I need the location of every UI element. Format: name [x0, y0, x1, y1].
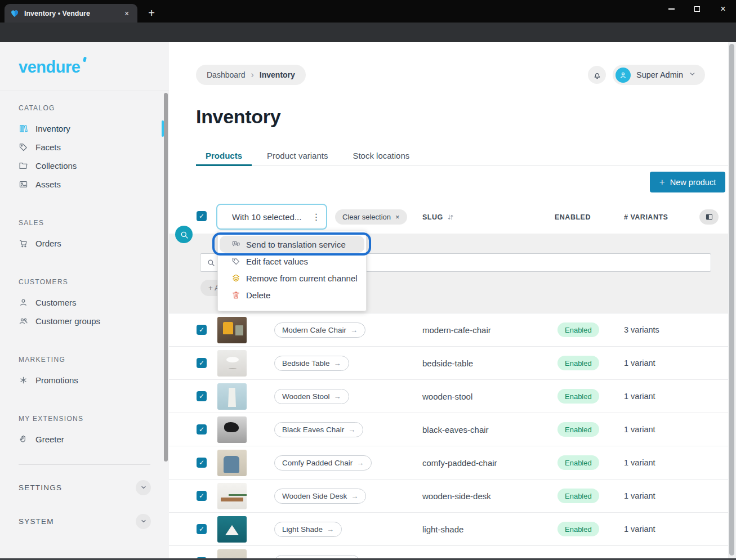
- browser-tab[interactable]: Inventory • Vendure: [5, 4, 137, 23]
- sidebar-header: vendure: [0, 42, 169, 91]
- people-icon: [19, 316, 28, 326]
- page-scrollbar[interactable]: [728, 42, 736, 560]
- product-name-link[interactable]: Light Shade: [274, 522, 342, 537]
- user-menu[interactable]: Super Admin: [613, 65, 705, 85]
- select-all-checkbox[interactable]: [197, 211, 207, 221]
- sort-icon: [447, 213, 454, 221]
- table-row: Modern Cafe Chair modern-cafe-chair Enab…: [169, 313, 728, 346]
- product-name: Bedside Table: [282, 359, 330, 368]
- window-controls: [658, 0, 736, 18]
- new-product-button[interactable]: New product: [650, 172, 725, 192]
- chevron-down-icon: [140, 484, 147, 491]
- product-thumbnail: [217, 350, 247, 377]
- page-title: Inventory: [196, 106, 280, 128]
- status-badge: Enabled: [557, 356, 599, 370]
- settings-expand-button[interactable]: [136, 480, 151, 495]
- menu-item-delete[interactable]: Delete: [218, 286, 366, 303]
- tab-product-variants[interactable]: Product variants: [257, 145, 337, 165]
- new-tab-button[interactable]: [144, 6, 159, 20]
- sidebar-item-label: Promotions: [35, 375, 78, 385]
- product-thumbnail: [217, 516, 247, 543]
- sidebar-item-greeter[interactable]: Greeter: [0, 430, 169, 449]
- tab-products[interactable]: Products: [196, 145, 252, 165]
- asterisk-icon: [19, 375, 28, 385]
- table-row: Wooden Stool wooden-stool Enabled 1 vari…: [169, 379, 728, 413]
- sidebar-divider: [19, 464, 150, 465]
- menu-item-edit-facet-values[interactable]: Edit facet values: [218, 253, 366, 270]
- bulk-actions-button[interactable]: With 10 selected...: [216, 204, 327, 230]
- sidebar-item-system[interactable]: SYSTEM: [19, 510, 151, 532]
- arrow-right-icon: [356, 459, 364, 467]
- nav-section-catalog: CATALOG: [19, 104, 169, 112]
- scrollbar-thumb[interactable]: [729, 44, 734, 555]
- tag-icon: [19, 142, 28, 152]
- sidebar-item-assets[interactable]: Assets: [0, 175, 169, 194]
- system-expand-button[interactable]: [136, 514, 151, 529]
- sidebar-item-orders[interactable]: Orders: [0, 234, 169, 253]
- row-checkbox[interactable]: [197, 491, 207, 501]
- column-settings-button[interactable]: [699, 209, 719, 225]
- minimize-button[interactable]: [658, 0, 684, 18]
- variants-header-label: # VARIANTS: [624, 213, 668, 221]
- sidebar-scrollbar[interactable]: [164, 93, 168, 462]
- nav-section-marketing: MARKETING: [19, 356, 169, 364]
- product-name: Wooden Side Desk: [282, 492, 347, 500]
- sidebar-item-customer-groups[interactable]: Customer groups: [0, 312, 169, 330]
- table-row: Bedside Table bedside-table Enabled 1 va…: [169, 346, 728, 379]
- variant-count: 1 variant: [624, 458, 655, 467]
- sidebar-item-label: Orders: [35, 239, 61, 248]
- sidebar-item-settings[interactable]: SETTINGS: [19, 476, 151, 499]
- row-checkbox[interactable]: [197, 358, 207, 368]
- main-content: Dashboard Inventory Super Admin Inventor…: [169, 42, 736, 560]
- search-toggle-button[interactable]: [175, 226, 193, 243]
- product-name-link[interactable]: Comfy Padded Chair: [274, 455, 372, 471]
- column-header-slug[interactable]: SLUG: [422, 213, 454, 221]
- kebab-menu-icon[interactable]: [311, 212, 320, 222]
- close-button[interactable]: [710, 0, 736, 18]
- product-name-link[interactable]: Bedside Table: [274, 356, 349, 371]
- product-name-link[interactable]: Wooden Stool: [274, 389, 349, 404]
- arrow-right-icon: [334, 359, 341, 368]
- maximize-button[interactable]: [684, 0, 710, 18]
- breadcrumb-inventory[interactable]: Inventory: [260, 70, 295, 79]
- product-name-link[interactable]: Black Eaves Chair: [274, 422, 363, 437]
- chevron-down-icon: [689, 70, 696, 78]
- tab-stock-locations[interactable]: Stock locations: [343, 145, 419, 165]
- sidebar-item-collections[interactable]: Collections: [0, 156, 169, 175]
- row-checkbox[interactable]: [197, 524, 207, 534]
- vendure-favicon-heart-icon: [10, 9, 19, 18]
- row-checkbox[interactable]: [197, 325, 207, 335]
- sidebar-item-facets[interactable]: Facets: [0, 138, 169, 156]
- variant-count: 1 variant: [624, 359, 655, 368]
- tab-close-icon[interactable]: [122, 8, 132, 19]
- browser-window: Inventory • Vendure localhost:3000/admin…: [0, 0, 736, 560]
- breadcrumb-dashboard[interactable]: Dashboard: [207, 70, 246, 79]
- product-slug: black-eaves-chair: [422, 425, 489, 434]
- clear-selection-chip[interactable]: Clear selection: [335, 209, 407, 225]
- sidebar-item-label: Facets: [35, 142, 61, 152]
- product-name-link[interactable]: Modern Cafe Chair: [274, 322, 365, 338]
- menu-item-remove-from-channel[interactable]: Remove from current channel: [218, 270, 366, 286]
- product-thumbnail: [217, 317, 247, 343]
- product-name-link[interactable]: Wooden Side Desk: [274, 489, 366, 504]
- new-product-label: New product: [670, 178, 716, 187]
- row-checkbox[interactable]: [197, 391, 207, 401]
- sidebar-item-label: Customers: [35, 298, 77, 307]
- product-slug: wooden-stool: [422, 392, 472, 401]
- sidebar-item-inventory[interactable]: Inventory: [0, 119, 169, 138]
- product-name: Wooden Stool: [282, 392, 330, 401]
- sidebar: vendure CATALOG Inventory Facets: [0, 42, 169, 560]
- columns-icon: [705, 213, 713, 221]
- row-checkbox[interactable]: [197, 458, 207, 468]
- sidebar-item-promotions[interactable]: Promotions: [0, 371, 169, 389]
- sidebar-item-customers[interactable]: Customers: [0, 293, 169, 312]
- menu-item-send-to-translation[interactable]: Send to translation service: [220, 236, 364, 253]
- inventory-icon: [19, 124, 28, 133]
- row-checkbox[interactable]: [197, 424, 207, 434]
- status-badge: Enabled: [557, 522, 599, 536]
- notifications-button[interactable]: [588, 66, 606, 84]
- product-name: Comfy Padded Chair: [282, 459, 353, 467]
- product-slug: light-shade: [422, 525, 463, 534]
- arrow-right-icon: [327, 525, 334, 534]
- arrow-right-icon: [351, 492, 358, 500]
